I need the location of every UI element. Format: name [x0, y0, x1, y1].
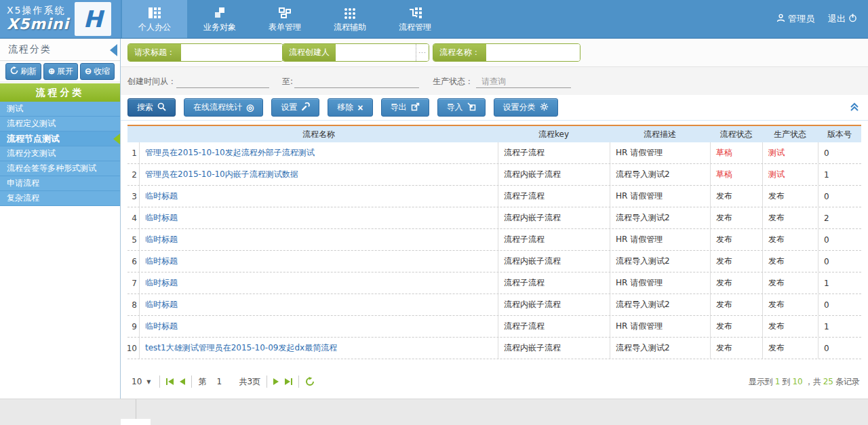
minus-circle-icon: ⊖	[85, 67, 92, 75]
form-icon	[278, 5, 292, 19]
export-button[interactable]: 导出	[381, 98, 429, 117]
sidebar-collapse-arrow-icon[interactable]	[110, 44, 117, 56]
request-title-input[interactable]	[181, 44, 283, 61]
wrench-icon	[301, 102, 310, 113]
sidebar-category-item[interactable]: 复杂流程	[0, 191, 120, 206]
person-icon	[776, 14, 785, 24]
tab-label: 业务对象	[203, 22, 236, 33]
current-user[interactable]: 管理员	[776, 13, 814, 25]
import-button[interactable]: 导入	[437, 98, 486, 117]
sidebar-item-label: 流程节点测试	[7, 133, 60, 145]
sidebar-item-label: 测试	[7, 103, 23, 115]
table-row: 5 临时标题 流程子流程 HR 请假管理 发布 发布 0	[127, 229, 861, 251]
plus-circle-icon: ⊕	[48, 67, 55, 75]
tab-process-assist[interactable]: 流程辅助	[317, 0, 382, 38]
table-row: 6 临时标题 流程内嵌子流程 流程导入测试2 发布 发布 0	[127, 251, 861, 272]
process-name-link[interactable]: 临时标题	[145, 256, 178, 267]
process-desc: 流程导入测试2	[610, 294, 710, 315]
process-desc: 流程导入测试2	[610, 207, 710, 228]
column-header-key: 流程key	[498, 129, 610, 140]
process-name-link[interactable]: 临时标题	[145, 190, 178, 202]
refresh-button[interactable]: 刷新	[5, 63, 41, 80]
sidebar-item-label: 流程会签等多种形式测试	[7, 163, 96, 174]
row-number: 6	[127, 251, 140, 272]
column-header-name: 流程名称	[140, 129, 498, 140]
version-number: 0	[818, 186, 861, 207]
tab-business-objects[interactable]: 业务对象	[187, 0, 252, 38]
search-button[interactable]: 搜索	[127, 98, 176, 117]
reload-button[interactable]	[305, 377, 315, 386]
collapse-search-panel-icon[interactable]	[849, 102, 860, 114]
logout-button[interactable]: 退出	[828, 13, 857, 25]
sidebar-category-item[interactable]: 流程节点测试	[0, 131, 120, 146]
process-status: 发布	[710, 207, 762, 228]
next-page-button[interactable]	[273, 378, 279, 385]
process-name-link[interactable]: 临时标题	[145, 212, 178, 224]
process-name-link[interactable]: 临时标题	[145, 277, 178, 289]
filter-row-fields: 请求标题： 流程创建人 ··· 流程名称：	[121, 39, 868, 66]
process-name-link[interactable]: 临时标题	[145, 299, 178, 310]
remove-button[interactable]: 移除 ×	[328, 98, 372, 117]
expand-button[interactable]: ⊕ 展开	[43, 63, 78, 80]
settings-button[interactable]: 设置	[271, 98, 319, 117]
prev-page-button[interactable]	[180, 378, 185, 385]
pager-divider	[298, 376, 299, 388]
process-status: 发布	[710, 316, 762, 337]
splitter-handle[interactable]	[121, 419, 151, 425]
tab-process-management[interactable]: 流程管理	[382, 0, 448, 38]
process-key: 流程子流程	[498, 142, 610, 163]
sidebar-category-item[interactable]: 申请流程	[0, 176, 120, 191]
tab-form-management[interactable]: 表单管理	[252, 0, 317, 38]
category-list-title: 流程分类	[0, 83, 120, 102]
process-creator-input[interactable]	[336, 44, 416, 61]
process-name-input[interactable]	[486, 44, 580, 61]
row-number: 2	[127, 164, 140, 185]
first-page-button[interactable]	[166, 378, 174, 385]
process-name-link[interactable]: 管理员在2015-10-10内嵌子流程测试数据	[145, 169, 298, 180]
process-status: 发布	[710, 272, 762, 294]
summary-text: 条记录	[835, 376, 860, 388]
last-page-button[interactable]	[285, 378, 292, 385]
process-name-link[interactable]: 临时标题	[145, 321, 178, 332]
process-name-link[interactable]: 临时标题	[145, 234, 178, 245]
content-area: 流程分类 刷新 ⊕ 展开 ⊖ 收缩 流程分类 测试 流程定义测试	[0, 39, 868, 399]
created-to-input[interactable]	[294, 74, 419, 88]
summary-text: ，共	[805, 376, 821, 388]
process-status: 发布	[710, 338, 762, 359]
dots-grid-icon	[344, 5, 356, 19]
export-label: 导出	[391, 102, 407, 113]
export-icon	[411, 102, 420, 113]
online-stats-button[interactable]: 在线流程统计 ◎	[184, 98, 263, 117]
process-name-link[interactable]: test1大雄测试管理员在2015-10-09发起dx最简流程	[145, 342, 337, 354]
set-category-button[interactable]: 设置分类	[494, 98, 558, 117]
column-header-status: 流程状态	[710, 129, 762, 140]
creator-picker-button[interactable]: ···	[416, 44, 429, 61]
created-from-input[interactable]	[176, 74, 269, 88]
summary-to: 10	[792, 377, 802, 386]
table-row: 7 临时标题 流程子流程 HR 请假管理 发布 发布 1	[127, 272, 861, 294]
column-header-prod: 生产状态	[762, 129, 818, 140]
target-icon: ◎	[246, 103, 254, 112]
sidebar-category-item[interactable]: 流程会签等多种形式测试	[0, 161, 120, 176]
action-toolbar: 搜索 在线流程统计 ◎ 设置 移除 × 导出	[121, 95, 868, 121]
process-status: 草稿	[710, 164, 762, 185]
sidebar-category-item[interactable]: 流程分支测试	[0, 146, 120, 161]
process-name-link[interactable]: 管理员在2015-10-10发起流程外部子流程测试	[145, 147, 315, 159]
page-number-input[interactable]: 1	[212, 377, 226, 386]
request-title-field: 请求标题：	[127, 43, 283, 62]
shrink-button[interactable]: ⊖ 收缩	[80, 63, 115, 80]
sidebar-item-label: 流程分支测试	[7, 148, 56, 159]
sidebar-category-item[interactable]: 测试	[0, 102, 120, 117]
production-status: 测试	[762, 164, 818, 185]
table-row: 3 临时标题 流程子流程 HR 请假管理 发布 发布 0	[127, 186, 861, 207]
selected-arrow-icon	[113, 134, 120, 144]
tab-personal-office[interactable]: 个人办公	[122, 0, 187, 38]
process-status: 发布	[710, 186, 762, 207]
sidebar-item-label: 流程定义测试	[7, 118, 56, 129]
production-status: 发布	[762, 251, 818, 272]
version-number: 0	[818, 142, 861, 163]
table-row: 8 临时标题 流程内嵌子流程 流程导入测试2 发布 发布 0	[127, 294, 861, 316]
page-size-select[interactable]: 10 ▼	[129, 376, 153, 388]
sidebar-category-item[interactable]: 流程定义测试	[0, 117, 120, 131]
process-key: 流程内嵌子流程	[498, 251, 610, 272]
